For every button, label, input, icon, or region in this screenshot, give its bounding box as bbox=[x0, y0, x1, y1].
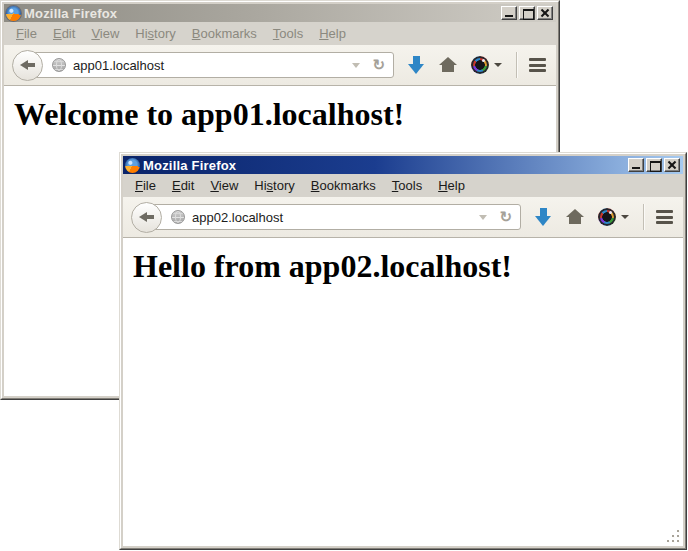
window-frame: Mozilla Firefox FileEditViewHistoryBookm… bbox=[120, 153, 686, 549]
home-button[interactable] bbox=[439, 57, 457, 73]
menu-item-bookmarks[interactable]: Bookmarks bbox=[184, 23, 265, 44]
page-content: Hello from app02.localhost! bbox=[123, 238, 683, 546]
window-title: Mozilla Firefox bbox=[143, 158, 236, 173]
menu-item-tools[interactable]: Tools bbox=[265, 23, 311, 44]
maximize-button[interactable] bbox=[646, 158, 662, 172]
color-wheel-addon-button[interactable] bbox=[471, 56, 489, 74]
window-controls bbox=[501, 6, 554, 20]
navigation-toolbar: app01.localhost ↻ bbox=[4, 45, 556, 86]
reload-icon[interactable]: ↻ bbox=[372, 57, 385, 72]
downloads-button[interactable] bbox=[535, 208, 552, 226]
menu-item-history[interactable]: History bbox=[127, 23, 183, 44]
titlebar[interactable]: Mozilla Firefox bbox=[123, 156, 683, 174]
menu-item-history[interactable]: History bbox=[246, 175, 302, 196]
color-wheel-addon-button[interactable] bbox=[598, 208, 616, 226]
toolbar-separator bbox=[643, 204, 644, 230]
page-heading: Welcome to app01.localhost! bbox=[4, 96, 556, 133]
window-controls bbox=[628, 158, 681, 172]
titlebar[interactable]: Mozilla Firefox bbox=[4, 4, 556, 22]
addon-caret-icon[interactable] bbox=[621, 215, 629, 219]
desktop: Mozilla Firefox FileEditViewHistoryBookm… bbox=[0, 0, 688, 551]
globe-favicon-icon[interactable] bbox=[52, 58, 66, 72]
menu-item-help[interactable]: Help bbox=[311, 23, 354, 44]
page-heading: Hello from app02.localhost! bbox=[123, 248, 683, 285]
firefox-logo-icon bbox=[6, 6, 21, 21]
resize-grip-icon[interactable] bbox=[666, 529, 680, 543]
back-button[interactable] bbox=[12, 50, 43, 81]
close-button[interactable] bbox=[537, 6, 553, 20]
browser-window-app02: Mozilla Firefox FileEditViewHistoryBookm… bbox=[119, 152, 687, 550]
history-dropdown-icon[interactable] bbox=[352, 63, 360, 68]
downloads-button[interactable] bbox=[408, 56, 425, 74]
close-button[interactable] bbox=[664, 158, 680, 172]
menu-item-view[interactable]: View bbox=[83, 23, 127, 44]
menu-bar: FileEditViewHistoryBookmarksToolsHelp bbox=[123, 174, 683, 197]
back-button[interactable] bbox=[131, 202, 162, 233]
minimize-button[interactable] bbox=[501, 6, 517, 20]
menu-item-help[interactable]: Help bbox=[430, 175, 473, 196]
url-input[interactable]: app02.localhost bbox=[192, 210, 283, 225]
reload-icon[interactable]: ↻ bbox=[499, 209, 512, 224]
globe-favicon-icon[interactable] bbox=[171, 210, 185, 224]
url-bar[interactable]: app01.localhost ↻ bbox=[29, 52, 394, 78]
menu-item-view[interactable]: View bbox=[202, 175, 246, 196]
back-arrow-icon bbox=[20, 60, 35, 71]
url-input[interactable]: app01.localhost bbox=[73, 58, 164, 73]
navigation-toolbar: app02.localhost ↻ bbox=[123, 197, 683, 238]
firefox-logo-icon bbox=[125, 158, 140, 173]
hamburger-menu-button[interactable] bbox=[656, 210, 673, 224]
window-title: Mozilla Firefox bbox=[24, 6, 117, 21]
back-arrow-icon bbox=[139, 212, 154, 223]
toolbar-separator bbox=[516, 52, 517, 78]
home-button[interactable] bbox=[566, 209, 584, 225]
menu-bar: FileEditViewHistoryBookmarksToolsHelp bbox=[4, 22, 556, 45]
menu-item-edit[interactable]: Edit bbox=[164, 175, 202, 196]
menu-item-file[interactable]: File bbox=[8, 23, 45, 44]
maximize-button[interactable] bbox=[519, 6, 535, 20]
menu-item-file[interactable]: File bbox=[127, 175, 164, 196]
menu-item-bookmarks[interactable]: Bookmarks bbox=[303, 175, 384, 196]
url-bar[interactable]: app02.localhost ↻ bbox=[148, 204, 521, 230]
menu-item-tools[interactable]: Tools bbox=[384, 175, 430, 196]
menu-item-edit[interactable]: Edit bbox=[45, 23, 83, 44]
minimize-button[interactable] bbox=[628, 158, 644, 172]
history-dropdown-icon[interactable] bbox=[479, 215, 487, 220]
addon-caret-icon[interactable] bbox=[494, 63, 502, 67]
hamburger-menu-button[interactable] bbox=[529, 58, 546, 72]
